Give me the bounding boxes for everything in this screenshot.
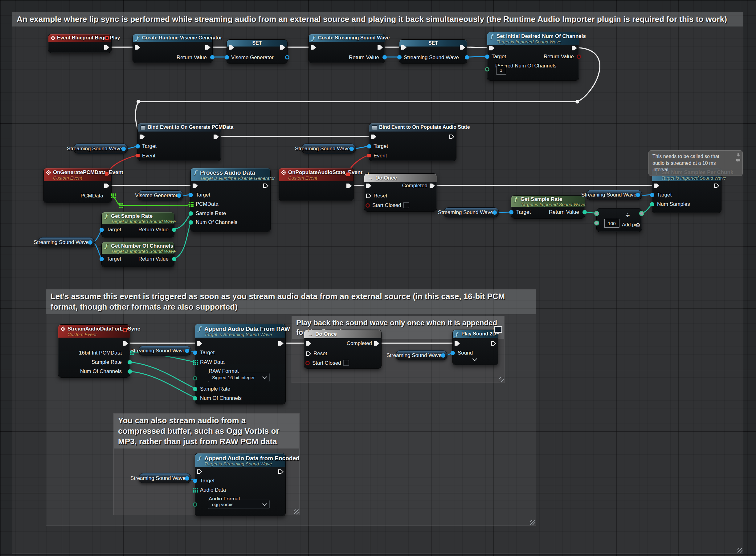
exec-in-pin[interactable] [193,183,198,188]
exec-out-pin[interactable] [205,45,210,50]
target-pin[interactable] [100,257,104,261]
exec-out-pin[interactable] [491,341,496,346]
raw-format-dropdown[interactable]: Signed 16-bit integer [208,373,270,382]
divide-input-b-pin[interactable] [594,220,599,225]
return-value-pin[interactable] [210,55,215,60]
exec-in-pin[interactable] [371,134,376,139]
delegate-pin[interactable] [123,328,127,333]
output-pin[interactable] [492,210,497,215]
pill-streaming-sound-wave[interactable]: Streaming Sound Wave [138,473,191,483]
output-pin[interactable] [122,147,126,151]
completed-pin[interactable] [430,183,435,188]
start-closed-checkbox[interactable] [403,202,409,208]
node-on-generate-pcmdata-event[interactable]: OnGeneratePCMData_Event Custom Event PCM… [43,168,111,203]
exec-in-pin[interactable] [197,341,202,346]
node-append-audio-data-from-encoded[interactable]: ƒ Append Audio Data from Encoded Target … [195,453,286,516]
audio-data-array-pin[interactable] [193,488,194,489]
num-of-channels-pin[interactable] [189,220,193,224]
return-value-pin[interactable] [383,55,387,60]
output-pin[interactable] [177,194,181,198]
pill-streaming-sound-wave[interactable]: Streaming Sound Wave [586,190,642,200]
return-value-pin[interactable] [583,210,587,214]
target-pin[interactable] [189,193,193,197]
reset-pin[interactable] [306,351,311,356]
pill-streaming-sound-wave[interactable]: Streaming Sound Wave [73,143,128,154]
start-closed-checkbox[interactable] [343,360,349,366]
input-pin[interactable] [397,55,402,60]
pill-streaming-sound-wave[interactable]: Streaming Sound Wave [301,143,356,154]
exec-out-pin[interactable] [377,45,383,50]
exec-out-pin[interactable] [104,45,109,50]
exec-out-pin[interactable] [123,341,128,346]
divide-value-box[interactable]: 100 [604,219,620,228]
node-play-sound-2d[interactable]: ƒ Play Sound 2D ⚡ Sound [453,329,498,365]
exec-in-pin[interactable] [140,134,145,139]
exec-in-pin[interactable] [654,183,659,188]
desired-num-of-channels-pin[interactable] [485,67,489,71]
output-pin[interactable] [636,193,640,197]
exec-out-pin[interactable] [449,134,454,139]
input-pin[interactable] [225,55,229,60]
start-closed-pin[interactable] [365,203,370,208]
num-of-channels-pin[interactable] [193,396,197,401]
target-pin[interactable] [509,210,514,214]
sample-rate-pin[interactable] [189,211,193,216]
exec-in-pin[interactable] [197,469,202,474]
node-stream-audio-data-for-lipsync[interactable]: StreamAudioDataForLipSync Custom Event 1… [58,324,130,378]
output-pin[interactable] [88,240,93,245]
exec-out-pin[interactable] [278,469,284,474]
exec-in-pin[interactable] [489,45,494,50]
output-pin[interactable] [185,476,189,481]
node-create-runtime-viseme-generator[interactable]: ƒ Create Runtime Viseme Generator Return… [133,34,212,63]
pill-viseme-generator[interactable]: Viseme Generator [137,190,184,201]
return-value-pin[interactable] [172,228,176,232]
node-get-sample-rate-left[interactable]: ƒ Get Sample Rate Target is Imported Sou… [101,212,174,238]
node-get-number-of-channels[interactable]: ƒ Get Number Of Channels Target is Impor… [101,242,174,267]
target-pin[interactable] [100,228,104,232]
output-pin[interactable] [465,55,469,60]
output-pin[interactable] [185,349,189,353]
exec-out-pin[interactable] [280,45,285,50]
exec-out-pin[interactable] [104,183,109,188]
pill-streaming-sound-wave[interactable]: Streaming Sound Wave [395,350,448,360]
event-delegate-pin[interactable] [136,154,140,158]
sample-rate-pin[interactable] [193,387,197,391]
desired-num-of-channels-value[interactable]: 1 [496,66,506,74]
exec-out-pin[interactable] [572,45,577,50]
target-pin[interactable] [193,351,197,355]
array-reroute-node[interactable] [119,203,120,205]
target-pin[interactable] [193,479,197,483]
blueprint-graph-canvas[interactable]: An example where lip sync is performed w… [0,0,756,556]
exec-in-pin[interactable] [311,45,316,50]
sound-pin[interactable] [451,351,455,355]
audio-format-dropdown[interactable]: ogg vorbis [208,500,270,509]
output-pin[interactable] [350,147,354,151]
node-on-populate-audio-state-event[interactable]: OnPopulateAudioState_Event Custom Event [278,168,354,201]
completed-pin[interactable] [374,341,380,346]
target-pin[interactable] [485,55,489,59]
delegate-pin[interactable] [105,172,108,176]
add-pin-icon[interactable]: ⊕ [635,221,640,229]
node-do-once-1[interactable]: → Do Once Completed Reset Start Closed [364,173,437,212]
return-value-pin[interactable] [172,257,176,261]
exec-out-pin[interactable] [460,45,465,50]
node-set-viseme-generator[interactable]: SET Viseme Generator [227,39,288,64]
audio-format-pin[interactable] [193,502,197,507]
divide-output-pin[interactable] [639,211,644,216]
exec-out-pin[interactable] [278,341,284,346]
sample-rate-pin[interactable] [128,360,132,364]
delegate-pin[interactable] [105,36,109,40]
exec-out-pin[interactable] [347,183,352,188]
reset-pin[interactable] [366,194,371,198]
expand-advanced-chevron-icon[interactable] [472,356,478,361]
target-pin[interactable] [367,144,371,148]
node-bind-event-on-populate-audio-state[interactable]: Bind Event to On Populate Audio State Ta… [369,123,456,161]
target-pin[interactable] [136,144,140,148]
exec-out-pin[interactable] [714,183,719,188]
exec-out-pin[interactable] [263,183,268,188]
output-pin[interactable] [441,353,445,358]
pill-streaming-sound-wave[interactable]: Streaming Sound Wave [138,346,191,356]
node-append-audio-data-from-raw[interactable]: ƒ Append Audio Data From RAW Target is S… [195,324,286,405]
node-do-once-2[interactable]: → Do Once Completed Reset Start Closed [304,329,382,369]
node-set-streaming-sound-wave[interactable]: SET Streaming Sound Wave [399,39,467,64]
